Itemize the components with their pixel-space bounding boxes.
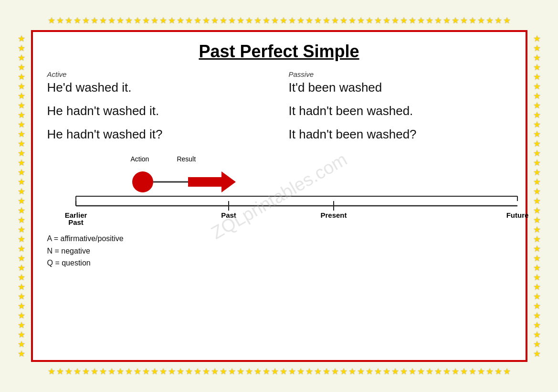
label-past: Past (221, 211, 236, 219)
page-title: Past Perfect Simple (47, 42, 511, 62)
active-label: Active (47, 70, 270, 78)
result-label: Result (177, 155, 196, 163)
action-circle (132, 171, 153, 192)
stars-bottom: ★★★★★★★★★★★★★★★★★★★★★★★★★★★★★★★★★★★★★★★★… (12, 362, 547, 381)
passive-affirmative: It'd been washed (289, 80, 511, 95)
active-column: Active He'd washed it. He hadn't washed … (47, 70, 279, 150)
arrow-head (221, 171, 236, 192)
legend-section: A = affirmative/positive N = negative Q … (47, 233, 511, 269)
passive-negative: It hadn't been washed. (289, 104, 511, 118)
active-affirmative: He'd washed it. (47, 80, 270, 95)
star-corner-tl2: ★ (56, 16, 64, 25)
legend-affirmative: A = affirmative/positive (47, 233, 511, 245)
legend-question: Q = question (47, 257, 511, 269)
label-future: Future (506, 211, 528, 219)
main-card: ZQLprintables.com Past Perfect Simple Ac… (31, 30, 527, 362)
examples-section: Active He'd washed it. He hadn't washed … (47, 70, 511, 150)
label-past-word: Past (68, 218, 84, 225)
active-negative: He hadn't washed it. (47, 104, 270, 118)
legend-negative: N = negative (47, 245, 511, 257)
timeline-section: Action Result (47, 155, 511, 227)
stars-top: ★ ★ ★★★★★★★★★★★★★★★★★★★★★★★★★★★★★★★★★★★★… (12, 11, 547, 30)
star-corner-tl: ★ (48, 16, 55, 25)
active-question: He hadn't washed it? (47, 127, 270, 142)
label-present: Present (320, 211, 347, 219)
passive-question: It hadn't been washed? (289, 127, 511, 142)
timeline-diagram: Earlier Past Past Present Future (47, 163, 534, 225)
arrow-body (188, 177, 221, 187)
stars-left: ★★★★★★★★★★★★★★★★★★★★★★★★★★★★★★★★★★ (12, 30, 31, 362)
passive-column: Passive It'd been washed It hadn't been … (279, 70, 511, 150)
star-border-container: ★ ★ ★★★★★★★★★★★★★★★★★★★★★★★★★★★★★★★★★★★★… (12, 11, 547, 381)
action-label: Action (131, 155, 149, 163)
passive-label: Passive (289, 70, 511, 78)
